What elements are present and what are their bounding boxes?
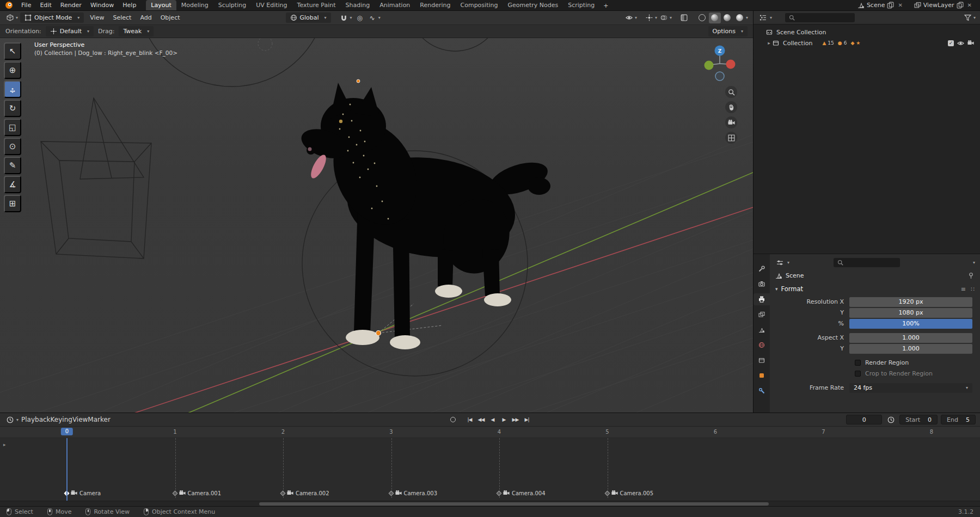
auto-keying-button[interactable] — [448, 415, 458, 424]
options-dropdown[interactable]: Options — [708, 26, 748, 36]
pan-hand-icon[interactable] — [725, 101, 737, 113]
timeline-menu-keying[interactable]: Keying — [51, 416, 72, 423]
props-tab-collection[interactable] — [754, 354, 770, 366]
filter-funnel-icon[interactable] — [964, 14, 971, 21]
current-frame-badge[interactable]: 0 — [61, 428, 73, 435]
close-viewlayer-icon[interactable]: ✕ — [966, 2, 973, 8]
camera-view-icon[interactable] — [725, 116, 737, 128]
field-[interactable]: 100% — [849, 319, 972, 329]
play-button[interactable]: ▶ — [499, 415, 509, 424]
tool-measure[interactable]: ∡ — [4, 176, 21, 193]
workspace-tab-rendering[interactable]: Rendering — [415, 0, 455, 10]
workspace-tab-modeling[interactable]: Modeling — [176, 0, 213, 10]
tool-move[interactable]: ↔↕ — [4, 81, 21, 98]
collapse-caret-icon[interactable]: ▾ — [775, 286, 778, 292]
workspace-tab-shading[interactable]: Shading — [341, 0, 375, 10]
snap-magnet-icon[interactable] — [339, 13, 350, 23]
viewport-menu-view[interactable]: View — [85, 14, 108, 21]
timeline-scrollbar[interactable] — [0, 501, 980, 506]
timeline-marker-camera[interactable]: Camera — [65, 490, 101, 496]
menu-help[interactable]: Help — [118, 2, 140, 9]
viewlayer-name[interactable]: ViewLayer — [923, 2, 954, 9]
workspace-tab-uv-editing[interactable]: UV Editing — [251, 0, 292, 10]
shading-rendered-button[interactable] — [734, 13, 746, 23]
props-tab-object[interactable] — [754, 370, 770, 381]
props-tab-scene[interactable] — [754, 324, 770, 336]
object-visibility-icon[interactable] — [624, 13, 635, 23]
frame-end-field[interactable]: End5 — [941, 415, 976, 424]
mode-dropdown[interactable]: Object Mode — [20, 13, 84, 23]
props-tab-tool[interactable] — [754, 263, 770, 275]
drag-tweak-dropdown[interactable]: Tweak — [119, 26, 154, 36]
properties-caret-icon[interactable]: ▾ — [787, 260, 789, 265]
menu-render[interactable]: Render — [56, 2, 86, 9]
timeline-expand-icon[interactable]: ▸ — [3, 442, 6, 447]
props-tab-modifiers[interactable] — [754, 385, 770, 397]
timeline-type-caret-icon[interactable]: ▾ — [16, 417, 19, 422]
visibility-caret-icon[interactable]: ▾ — [635, 15, 637, 20]
timeline-menu-playback[interactable]: Playback — [21, 416, 51, 423]
orientation-default-dropdown[interactable]: Default — [46, 26, 94, 36]
blender-logo-icon[interactable] — [5, 1, 13, 9]
properties-options-caret-icon[interactable]: ▾ — [973, 260, 975, 265]
timeline-marker-camera-003[interactable]: Camera.003 — [389, 490, 438, 496]
props-tab-render[interactable] — [754, 278, 770, 290]
editor-type-icon[interactable] — [4, 13, 15, 23]
jump-to-next-keyframe-button[interactable]: ▶▶ — [510, 415, 520, 424]
marker-diamond-icon[interactable] — [388, 490, 394, 496]
workspace-tab-compositing[interactable]: Compositing — [456, 0, 503, 10]
dog-model[interactable] — [298, 83, 552, 349]
scrollbar-thumb[interactable] — [259, 502, 769, 506]
current-frame-field[interactable]: 0 — [846, 415, 882, 424]
props-tab-output[interactable] — [754, 293, 770, 305]
shading-caret-icon[interactable]: ▾ — [746, 15, 748, 20]
timeline-menu-marker[interactable]: Marker — [88, 416, 110, 423]
workspace-tab-sculpting[interactable]: Sculpting — [213, 0, 251, 10]
jump-to-start-button[interactable]: |◀ — [464, 415, 475, 424]
field-aspect-x[interactable]: 1.000 — [849, 333, 972, 343]
pin-icon[interactable] — [967, 272, 975, 279]
format-section-header[interactable]: ▾ Format ≡ ∷ — [770, 282, 980, 296]
workspace-tab-animation[interactable]: Animation — [375, 0, 415, 10]
menu-file[interactable]: File — [17, 2, 35, 9]
props-tab-world[interactable] — [754, 339, 770, 351]
collection-checkbox[interactable]: ✓ — [948, 40, 954, 46]
timeline-marker-camera-004[interactable]: Camera.004 — [497, 490, 546, 496]
checkbox-render-region[interactable] — [855, 360, 861, 366]
tool-add-cube[interactable]: ⊞ — [4, 195, 21, 212]
workspace-tab-texture-paint[interactable]: Texture Paint — [292, 0, 341, 10]
jump-to-end-button[interactable]: ▶| — [522, 415, 532, 424]
proportional-falloff-icon[interactable]: ∿ — [367, 13, 378, 23]
play-reverse-button[interactable]: ◀ — [487, 415, 498, 424]
viewport-3d[interactable]: User Perspective (0) Collection | Dog_lo… — [0, 38, 753, 413]
outliner-editor-type-icon[interactable] — [757, 13, 768, 23]
marker-diamond-icon[interactable] — [172, 490, 177, 496]
ortho-toggle-icon[interactable] — [725, 132, 737, 144]
workspace-tab-geometry-nodes[interactable]: Geometry Nodes — [503, 0, 563, 10]
menu-window[interactable]: Window — [86, 2, 118, 9]
scene-name[interactable]: Scene — [867, 2, 885, 9]
viewport-menu-select[interactable]: Select — [108, 14, 136, 21]
outliner-search-input[interactable] — [785, 13, 855, 22]
camera-wireframes[interactable] — [41, 98, 151, 258]
timeline-marker-camera-001[interactable]: Camera.001 — [173, 490, 222, 496]
new-scene-icon[interactable] — [887, 2, 894, 9]
frame-start-field[interactable]: Start0 — [899, 415, 938, 424]
shading-wireframe-button[interactable] — [696, 13, 708, 23]
tool-transform[interactable]: ⊙ — [4, 138, 21, 155]
field-y[interactable]: 1.000 — [849, 344, 972, 354]
zoom-icon[interactable] — [725, 86, 737, 98]
add-workspace-button[interactable]: + — [599, 1, 612, 10]
overlays-caret-icon[interactable]: ▾ — [670, 15, 672, 20]
marker-diamond-icon[interactable] — [280, 490, 286, 496]
timeline-track-area[interactable]: 012345678 ▸ CameraCamera.001Camera.002Ca… — [0, 427, 980, 501]
tool-rotate[interactable]: ↻ — [4, 100, 21, 117]
viewport-menu-object[interactable]: Object — [156, 14, 185, 21]
timeline-marker-camera-005[interactable]: Camera.005 — [605, 490, 654, 496]
preview-range-clock-icon[interactable] — [885, 415, 896, 425]
outliner-row-scene-collection[interactable]: Scene Collection — [754, 27, 980, 38]
properties-search-input[interactable] — [834, 258, 900, 267]
jump-to-prev-keyframe-button[interactable]: ◀◀ — [476, 415, 486, 424]
checkbox-row-crop-to-render-region[interactable]: Crop to Render Region — [770, 368, 980, 379]
timeline-ruler[interactable]: 012345678 — [0, 427, 980, 438]
